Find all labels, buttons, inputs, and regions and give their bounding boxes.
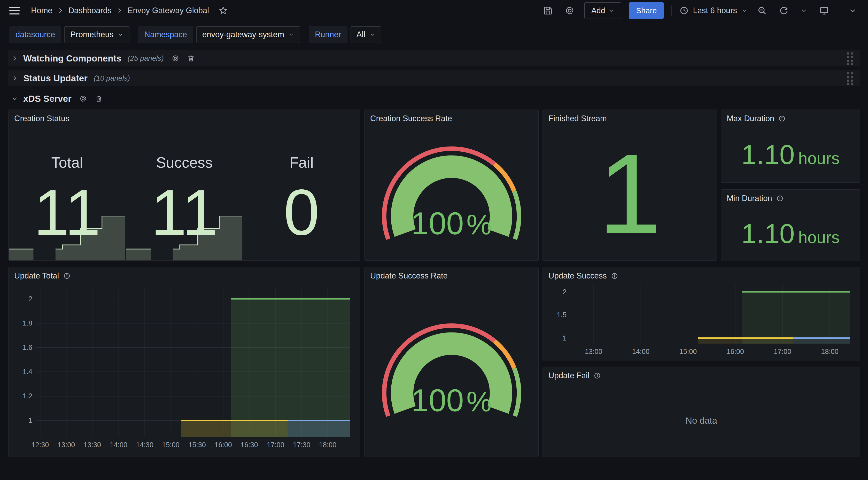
- info-icon[interactable]: [776, 195, 783, 202]
- share-button[interactable]: Share: [629, 2, 664, 19]
- panel-finished-stream[interactable]: Finished Stream 1: [542, 110, 717, 261]
- save-dashboard-icon[interactable]: [541, 4, 555, 18]
- share-button-label: Share: [636, 6, 657, 15]
- panel-update-success-rate[interactable]: Update Success Rate 100%: [364, 267, 538, 457]
- variable-namespace-value: envoy-gateway-system: [202, 30, 284, 39]
- variable-datasource-label[interactable]: datasource: [9, 26, 61, 43]
- info-icon[interactable]: [63, 272, 70, 279]
- breadcrumb-current: Envoy Gateway Global: [128, 6, 209, 15]
- y-axis-tick-label: 1.8: [14, 319, 32, 327]
- stat-value: 1: [598, 148, 661, 239]
- chevron-right-icon: [11, 75, 18, 82]
- chevron-right-icon: [57, 7, 64, 14]
- variable-namespace-label[interactable]: Namespace: [138, 26, 193, 43]
- row-settings-gear-icon[interactable]: [172, 55, 179, 62]
- zoom-out-icon[interactable]: [755, 4, 769, 18]
- y-axis-tick-label: 1.6: [14, 343, 32, 352]
- panel-title: Update Total: [8, 267, 360, 283]
- variable-namespace: Namespace envoy-gateway-system: [138, 26, 300, 43]
- x-axis-tick-label: 14:00: [632, 348, 650, 356]
- panel-min-duration[interactable]: Min Duration 1.10 hours: [721, 189, 860, 261]
- chevron-right-icon: [116, 7, 123, 14]
- x-axis-tick-label: 15:00: [162, 441, 180, 449]
- sparkline-total: [9, 216, 125, 261]
- time-series-plot: 11.21.41.61.8212:3013:0013:3014:0014:301…: [36, 287, 350, 437]
- panel-title: Creation Status: [8, 110, 360, 126]
- row-title: xDS Server: [23, 93, 71, 104]
- info-icon[interactable]: [778, 115, 785, 122]
- info-icon[interactable]: [594, 372, 601, 379]
- row-drag-handle[interactable]: [845, 50, 855, 66]
- add-button-label: Add: [591, 6, 605, 15]
- time-range-picker[interactable]: Last 6 hours: [679, 6, 747, 15]
- x-axis-tick-label: 12:30: [32, 441, 49, 449]
- refresh-interval-chevron-icon[interactable]: [799, 5, 809, 16]
- add-button[interactable]: Add: [584, 2, 621, 19]
- creation-status-stats: Total 11 Success 11 Fail 0: [8, 126, 360, 261]
- row-delete-trash-icon[interactable]: [187, 55, 195, 62]
- y-axis-tick-label: 1: [14, 416, 32, 424]
- variable-runner-label[interactable]: Runner: [309, 26, 347, 43]
- no-data-message: No data: [543, 383, 860, 457]
- x-axis-tick-label: 18:00: [319, 441, 337, 449]
- chevron-down-icon: [608, 7, 614, 14]
- row-header-status-updater[interactable]: Status Updater (10 panels): [8, 70, 860, 86]
- time-series-plot: 11.5213:0014:0015:0016:0017:0018:00: [571, 284, 850, 343]
- stat-fail: Fail 0: [243, 126, 360, 261]
- y-axis-tick-label: 1.2: [14, 392, 32, 400]
- dashboard-variables-bar: datasource Prometheus Namespace envoy-ga…: [0, 21, 868, 49]
- refresh-icon[interactable]: [777, 4, 791, 18]
- x-axis-tick-label: 13:30: [84, 441, 101, 449]
- x-axis-tick-label: 18:00: [821, 348, 839, 356]
- panel-update-success[interactable]: Update Success 11.5213:0014:0015:0016:00…: [542, 267, 860, 361]
- panel-title: Update Success Rate: [365, 267, 538, 283]
- y-axis-tick-label: 1: [549, 334, 566, 342]
- row-settings-gear-icon[interactable]: [79, 95, 87, 102]
- row-panel-count: (10 panels): [94, 74, 130, 82]
- row-title: Watching Components: [23, 53, 121, 64]
- panel-creation-status[interactable]: Creation Status Total 11 Success 11 Fail…: [8, 110, 361, 261]
- stat-success: Success 11: [126, 126, 243, 261]
- kiosk-mode-icon[interactable]: [817, 4, 831, 18]
- x-axis-tick-label: 17:30: [293, 441, 311, 449]
- info-icon[interactable]: [611, 272, 618, 279]
- x-axis-tick-label: 15:30: [188, 441, 206, 449]
- row-header-watching-components[interactable]: Watching Components (25 panels): [8, 50, 860, 66]
- chevron-right-icon: [11, 55, 18, 62]
- stat-value: 1.10: [741, 218, 795, 249]
- gauge-value: 100%: [377, 382, 526, 419]
- panel-title: Creation Success Rate: [365, 110, 538, 126]
- collapse-nav-chevron-icon[interactable]: [847, 5, 859, 17]
- y-axis-tick-label: 1.4: [14, 368, 32, 376]
- dashboard-settings-icon[interactable]: [563, 4, 577, 18]
- panel-update-fail[interactable]: Update Fail No data: [542, 367, 860, 457]
- menu-icon[interactable]: [9, 7, 20, 14]
- top-nav-bar: Home Dashboards Envoy Gateway Global Add…: [0, 0, 868, 21]
- row-drag-handle[interactable]: [845, 70, 855, 86]
- breadcrumb-dashboards[interactable]: Dashboards: [68, 6, 112, 15]
- stat-unit: hours: [798, 228, 840, 247]
- panel-max-duration[interactable]: Max Duration 1.10 hours: [721, 110, 860, 183]
- panel-creation-success-rate[interactable]: Creation Success Rate 100%: [364, 110, 538, 261]
- panel-title: Max Duration: [721, 110, 860, 126]
- x-axis-tick-label: 13:00: [58, 441, 75, 449]
- row-header-xds-server[interactable]: xDS Server: [8, 92, 860, 105]
- variable-datasource-select[interactable]: Prometheus: [64, 26, 129, 43]
- variable-runner-select[interactable]: All: [350, 26, 381, 43]
- variable-runner: Runner All: [309, 26, 381, 43]
- finished-stream-value-wrap: 1: [543, 126, 717, 261]
- panel-update-total[interactable]: Update Total 11.21.41.61.8212:3013:0013:…: [8, 267, 361, 457]
- update-total-chart: 11.21.41.61.8212:3013:0013:3014:0014:301…: [14, 284, 354, 453]
- y-axis-tick-label: 2: [549, 288, 566, 296]
- y-axis-tick-label: 1.5: [549, 311, 566, 319]
- x-axis-tick-label: 17:00: [267, 441, 284, 449]
- min-duration-value-wrap: 1.10 hours: [721, 206, 860, 261]
- panel-title: Update Fail: [543, 367, 860, 383]
- breadcrumb-home[interactable]: Home: [31, 6, 53, 15]
- variable-runner-value: All: [356, 30, 365, 39]
- x-axis-tick-label: 16:00: [214, 441, 232, 449]
- update-success-chart: 11.5213:0014:0015:0016:0017:0018:00: [549, 282, 854, 358]
- variable-namespace-select[interactable]: envoy-gateway-system: [196, 26, 300, 43]
- star-icon[interactable]: [219, 6, 227, 15]
- row-delete-trash-icon[interactable]: [95, 95, 102, 102]
